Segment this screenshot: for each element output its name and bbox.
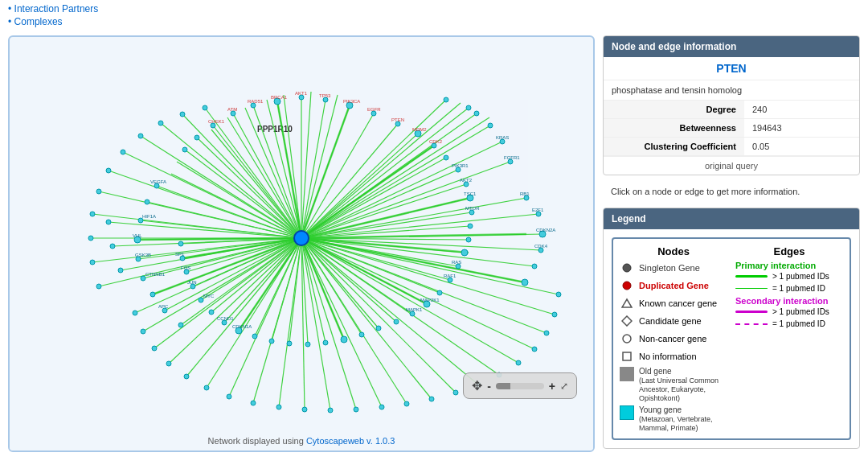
svg-text:KRAS: KRAS xyxy=(496,135,509,140)
svg-text:JUN: JUN xyxy=(187,280,197,285)
svg-point-268 xyxy=(623,282,631,290)
svg-text:FGFR1: FGFR1 xyxy=(504,155,520,160)
svg-point-198 xyxy=(106,168,111,173)
svg-point-182 xyxy=(145,200,149,204)
svg-text:FOS: FOS xyxy=(181,265,190,270)
svg-point-169 xyxy=(305,342,310,347)
svg-text:CDK4: CDK4 xyxy=(534,244,548,249)
svg-point-206 xyxy=(404,401,409,406)
svg-point-199 xyxy=(121,150,125,154)
svg-point-208 xyxy=(354,407,358,412)
svg-point-212 xyxy=(251,401,256,405)
svg-marker-270 xyxy=(622,316,632,326)
cytoscapeweb-link[interactable]: Cytoscapeweb v. 1.0.3 xyxy=(306,436,395,446)
svg-text:CTNNB1: CTNNB1 xyxy=(145,272,166,277)
svg-point-267 xyxy=(623,264,631,272)
secondary-dashed-line xyxy=(735,323,768,325)
svg-point-158 xyxy=(474,111,479,116)
svg-text:MTOR: MTOR xyxy=(465,206,480,211)
stats-label-betweenness: Betweenness xyxy=(604,119,744,138)
svg-text:TSC1: TSC1 xyxy=(464,191,477,196)
svg-point-223 xyxy=(429,397,434,401)
svg-text:MDM2: MDM2 xyxy=(412,127,427,132)
fit-icon[interactable]: ⤢ xyxy=(560,381,568,392)
nav-link-complexes[interactable]: Complexes xyxy=(8,16,860,27)
info-section: Node and edge information PTEN phosphata… xyxy=(603,35,860,175)
svg-point-191 xyxy=(110,244,115,249)
legend-no-info-gene: No information xyxy=(620,349,727,364)
gene-name: PTEN xyxy=(604,57,859,80)
svg-point-146 xyxy=(468,224,473,228)
singleton-icon xyxy=(620,261,634,275)
svg-point-222 xyxy=(453,390,458,395)
secondary-dashed-label: = 1 pubmed ID xyxy=(772,319,825,328)
nav-link-interaction-partners[interactable]: Interaction Partners xyxy=(8,3,860,14)
svg-text:RAD51: RAD51 xyxy=(248,99,264,104)
zoom-minus-button[interactable]: - xyxy=(487,380,491,393)
svg-text:BRCA1: BRCA1 xyxy=(271,95,288,100)
svg-text:PIK3R1: PIK3R1 xyxy=(452,163,469,168)
svg-point-224 xyxy=(544,331,549,335)
gene-description: phosphatase and tensin homolog xyxy=(604,80,859,101)
svg-text:CDKN2A: CDKN2A xyxy=(536,228,555,232)
nodes-column-title: Nodes xyxy=(620,245,727,257)
duplicated-label: Duplicated Gene xyxy=(639,281,709,290)
stats-row-degree: Degree 240 xyxy=(604,101,859,119)
svg-text:E2F1: E2F1 xyxy=(532,208,544,212)
svg-point-205 xyxy=(466,105,471,110)
duplicated-icon xyxy=(620,278,634,293)
legend-singleton-gene: Singleton Gene xyxy=(620,261,727,275)
legend-body: Nodes Singleton Gene xyxy=(612,237,851,440)
stats-label-clustering: Clustering Coefficient xyxy=(604,138,744,156)
svg-text:CDKN1A: CDKN1A xyxy=(232,324,252,329)
zoom-controls[interactable]: ✥ - + ⤢ xyxy=(463,372,577,399)
svg-point-202 xyxy=(180,112,185,117)
young-gene-icon xyxy=(620,405,634,420)
svg-marker-269 xyxy=(622,299,632,307)
svg-point-215 xyxy=(184,374,189,379)
svg-point-168 xyxy=(323,340,328,345)
old-gene-icon xyxy=(620,367,634,381)
stats-value-betweenness: 194643 xyxy=(744,119,859,138)
svg-point-161 xyxy=(437,290,442,295)
svg-text:HIF1A: HIF1A xyxy=(142,214,156,219)
stats-table: Degree 240 Betweenness 194643 Clustering… xyxy=(604,101,859,156)
svg-point-218 xyxy=(141,329,145,334)
primary-thick-line xyxy=(735,275,768,278)
zoom-slider[interactable] xyxy=(496,383,544,389)
svg-text:CCND1: CCND1 xyxy=(217,316,234,321)
svg-text:EGFR: EGFR xyxy=(367,107,381,112)
svg-text:GSK3B: GSK3B xyxy=(135,253,151,257)
square-icon xyxy=(620,349,634,364)
svg-point-210 xyxy=(302,407,307,412)
legend-candidate-gene: Candidate gene xyxy=(620,314,727,328)
svg-text:PIK3CA: PIK3CA xyxy=(343,99,360,104)
svg-point-193 xyxy=(96,284,101,289)
right-panel: Node and edge information PTEN phosphata… xyxy=(603,35,860,452)
legend-section: Legend Nodes Singleton Gene xyxy=(603,208,860,449)
stats-row-clustering: Clustering Coefficient 0.05 xyxy=(604,138,859,156)
svg-text:APC: APC xyxy=(158,304,169,309)
secondary-thick-line xyxy=(735,311,768,313)
svg-point-266 xyxy=(294,231,309,245)
noncancer-label: Non-cancer gene xyxy=(639,334,706,344)
legend-columns: Nodes Singleton Gene xyxy=(620,245,843,432)
svg-point-175 xyxy=(209,310,214,315)
legend-young-gene: Young gene (Metazoan, Vertebrate, Mammal… xyxy=(620,405,727,432)
primary-thick-label: > 1 pubmed IDs xyxy=(772,272,829,281)
svg-point-196 xyxy=(90,212,95,216)
svg-text:ATM: ATM xyxy=(227,107,237,112)
svg-point-180 xyxy=(178,241,183,246)
young-gene-text: Young gene (Metazoan, Vertebrate, Mammal… xyxy=(639,405,727,432)
svg-point-271 xyxy=(623,335,631,343)
candidate-label: Candidate gene xyxy=(639,316,702,326)
zoom-plus-button[interactable]: + xyxy=(549,380,555,393)
svg-point-187 xyxy=(150,292,155,297)
svg-point-213 xyxy=(227,394,231,399)
network-footer: Network displayed using Cytoscapeweb v. … xyxy=(10,431,593,450)
singleton-label: Singleton Gene xyxy=(639,263,700,273)
svg-text:RAF1: RAF1 xyxy=(444,274,457,278)
svg-point-207 xyxy=(379,405,384,409)
primary-thin-line xyxy=(735,288,768,290)
svg-point-189 xyxy=(178,323,183,327)
